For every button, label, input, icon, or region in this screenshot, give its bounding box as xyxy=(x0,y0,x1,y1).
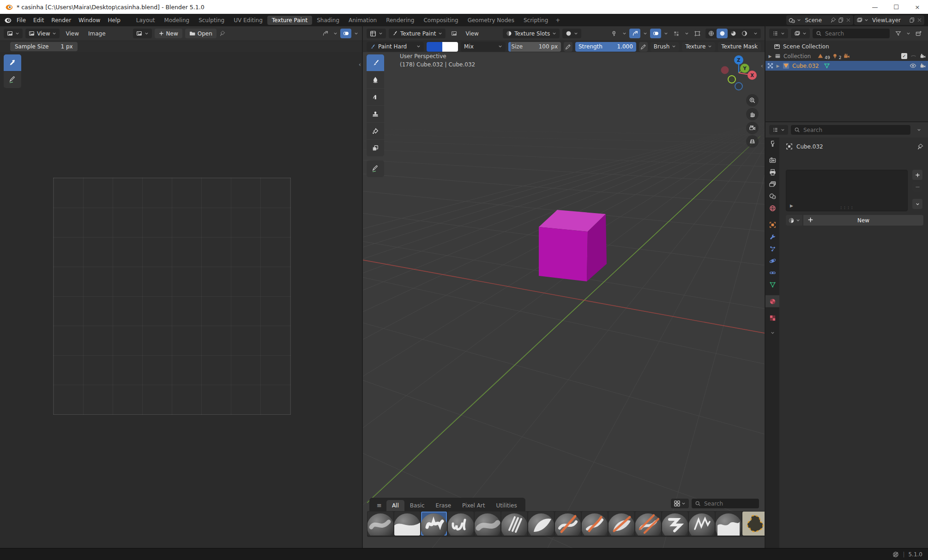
properties-tab-physics[interactable] xyxy=(765,255,779,267)
region-collapse-arrow[interactable]: ‹ xyxy=(359,61,361,68)
pin-icon[interactable] xyxy=(917,143,923,150)
properties-tab-tool[interactable] xyxy=(765,137,779,149)
brush-thumbnail[interactable] xyxy=(368,512,393,536)
zoom-button[interactable] xyxy=(746,94,759,107)
browse-image-button[interactable] xyxy=(133,29,152,38)
filter-button[interactable] xyxy=(892,29,904,38)
collection-checkbox[interactable]: ✓ xyxy=(901,53,907,59)
properties-tab-render[interactable] xyxy=(765,154,779,166)
new-image-button[interactable]: New xyxy=(155,29,182,38)
outliner-row-cube032[interactable]: ▶ Cube.032 xyxy=(765,61,928,71)
primary-color-swatch[interactable] xyxy=(427,42,442,52)
object-visibility-button[interactable] xyxy=(609,29,620,38)
new-scene-icon[interactable] xyxy=(838,17,844,23)
strength-pressure-toggle[interactable] xyxy=(639,42,648,52)
brush-thumbnail[interactable] xyxy=(635,512,661,536)
properties-options-dropdown[interactable] xyxy=(913,125,924,135)
render-visibility-icon[interactable] xyxy=(920,53,926,60)
workspace-tab-modeling[interactable]: Modeling xyxy=(160,16,194,25)
overlays-toggle[interactable] xyxy=(650,29,661,38)
brush-dropdown[interactable]: Paint Hard xyxy=(367,42,424,52)
properties-tab-modifiers[interactable] xyxy=(765,231,779,243)
shading-wireframe[interactable] xyxy=(705,29,717,38)
properties-tab-output[interactable] xyxy=(765,166,779,178)
brush-thumbnail[interactable] xyxy=(421,512,447,536)
annotate-tool[interactable] xyxy=(367,161,384,177)
secondary-color-swatch[interactable] xyxy=(442,42,458,52)
mode-dropdown[interactable]: Texture Paint xyxy=(389,29,446,38)
shelf-tab-utilities[interactable]: Utilities xyxy=(491,500,523,511)
shelf-tab-all[interactable]: All xyxy=(386,500,404,511)
ortho-toggle-button[interactable] xyxy=(746,135,759,148)
menu-render[interactable]: Render xyxy=(48,16,75,25)
workspace-tab-compositing[interactable]: Compositing xyxy=(419,16,463,25)
brush-thumbnail[interactable] xyxy=(689,512,715,536)
eye-icon[interactable] xyxy=(910,62,916,69)
viewport-canvas[interactable] xyxy=(363,26,765,548)
gizmos-toggle[interactable] xyxy=(629,29,640,38)
shelf-tab-pixel-art[interactable]: Pixel Art xyxy=(457,500,490,511)
scene-selector[interactable]: Scene xyxy=(786,15,853,25)
fill-tool[interactable] xyxy=(367,123,384,139)
popover-brush[interactable]: Brush xyxy=(651,42,680,52)
strength-slider[interactable]: Strength1.000 xyxy=(575,42,636,52)
resize-grip[interactable]: : : : : xyxy=(840,205,853,210)
slot-display-dropdown[interactable] xyxy=(562,29,581,38)
editor-type-button[interactable] xyxy=(4,29,23,38)
pin-icon[interactable] xyxy=(830,17,836,23)
render-visibility-icon[interactable] xyxy=(920,63,926,69)
close-icon[interactable] xyxy=(846,18,851,23)
properties-tab-texture[interactable] xyxy=(765,312,779,324)
clone-tool[interactable] xyxy=(367,106,384,122)
texture-slots-dropdown[interactable]: Texture Slots xyxy=(503,29,560,38)
properties-tab-world[interactable] xyxy=(765,202,779,214)
screen-icon[interactable] xyxy=(910,53,916,59)
shelf-search[interactable] xyxy=(692,499,759,508)
workspace-tab-rendering[interactable]: Rendering xyxy=(381,16,419,25)
outliner-search-input[interactable] xyxy=(824,30,877,37)
brush-thumbnail[interactable] xyxy=(742,512,765,536)
maximize-button[interactable]: ☐ xyxy=(886,0,907,14)
new-layer-icon[interactable] xyxy=(909,17,915,23)
workspace-tab-texture-paint[interactable]: Texture Paint xyxy=(267,16,312,25)
outliner-display-mode[interactable] xyxy=(769,29,788,38)
properties-tab-view-layer[interactable] xyxy=(765,178,779,190)
sample-size-field[interactable]: Sample Size 1 px xyxy=(10,42,78,51)
shelf-search-input[interactable] xyxy=(703,500,756,507)
workspace-tab-uv-editing[interactable]: UV Editing xyxy=(229,16,267,25)
brush-thumbnail[interactable] xyxy=(501,512,527,536)
viewport-menu-view[interactable]: View xyxy=(462,30,482,38)
mask-tool[interactable] xyxy=(367,140,384,156)
workspace-tab-geometry-nodes[interactable]: Geometry Nodes xyxy=(463,16,519,25)
workspace-tab-shading[interactable]: Shading xyxy=(312,16,344,25)
overlays-toggle[interactable] xyxy=(340,29,351,38)
properties-search[interactable] xyxy=(791,125,910,135)
close-icon[interactable] xyxy=(917,18,922,23)
properties-display-mode[interactable] xyxy=(769,125,788,135)
image-editor-grid[interactable] xyxy=(53,178,291,415)
open-image-button[interactable]: Open xyxy=(185,29,217,38)
shading-material-preview[interactable] xyxy=(728,29,739,38)
outliner-collapse-arrow[interactable]: ‹ xyxy=(761,62,763,69)
browse-material-button[interactable] xyxy=(786,215,802,226)
material-slots-list[interactable]: ▶ : : : : xyxy=(786,170,908,211)
new-material-button[interactable]: New xyxy=(803,215,923,226)
brush-thumbnail[interactable] xyxy=(448,512,474,536)
shelf-tab-erase[interactable]: Erase xyxy=(430,500,457,511)
size-slider[interactable]: Size100 px xyxy=(508,42,561,52)
add-workspace-button[interactable]: + xyxy=(553,16,563,25)
brush-thumbnail[interactable] xyxy=(716,512,741,536)
popover-texture-mask[interactable]: Texture Mask xyxy=(718,42,761,52)
outliner-search[interactable] xyxy=(813,29,890,38)
slot-specials-button[interactable] xyxy=(912,199,922,209)
properties-search-input[interactable] xyxy=(802,126,874,134)
menu-help[interactable]: Help xyxy=(104,16,124,25)
workspace-tab-scripting[interactable]: Scripting xyxy=(519,16,553,25)
brush-thumbnail[interactable] xyxy=(662,512,688,536)
brush-thumbnail[interactable] xyxy=(528,512,554,536)
shading-rendered[interactable] xyxy=(739,29,750,38)
properties-tab-constraints[interactable] xyxy=(765,267,779,279)
workspace-tab-animation[interactable]: Animation xyxy=(344,16,381,25)
xray-toggle[interactable] xyxy=(671,29,682,38)
add-slot-button[interactable] xyxy=(912,170,922,180)
